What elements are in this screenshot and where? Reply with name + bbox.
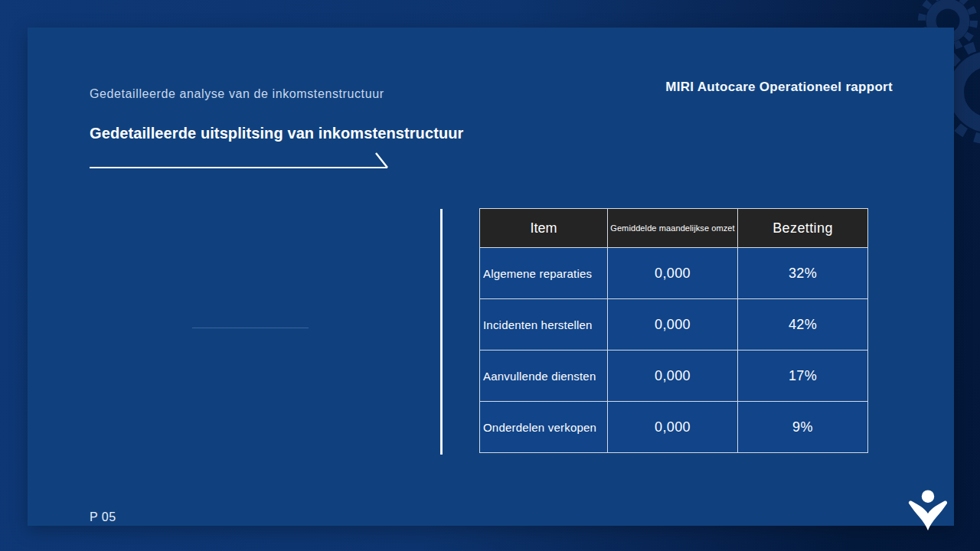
item-cell: Algemene reparaties [480,248,608,299]
slide-title: Gedetailleerde uitsplitsing van inkomste… [90,125,463,142]
bezetting-cell: 42% [738,299,868,350]
table-accent-line [440,209,443,455]
table-row: Onderdelen verkopen 0,000 9% [480,402,868,453]
omzet-cell: 0,000 [608,350,738,402]
table-row: Aanvullende diensten 0,000 17% [480,350,868,402]
income-structure-table: Item Gemiddelde maandelijkse omzet Bezet… [479,208,868,453]
omzet-cell: 0,000 [608,248,738,299]
column-header-item: Item [480,209,608,248]
item-cell: Incidenten herstellen [480,299,608,350]
table-row: Algemene reparaties 0,000 32% [480,248,868,299]
bezetting-cell: 9% [738,402,868,453]
item-cell: Aanvullende diensten [480,350,608,402]
table-header-row: Item Gemiddelde maandelijkse omzet Bezet… [480,209,868,248]
bezetting-cell: 17% [738,350,868,402]
table-row: Incidenten herstellen 0,000 42% [480,299,868,350]
faint-divider-line [192,328,309,328]
report-title: MIRI Autocare Operationeel rapport [665,80,893,95]
content-panel: Gedetailleerde analyse van de inkomstens… [28,28,954,526]
item-cell: Onderdelen verkopen [480,402,608,453]
column-header-omzet: Gemiddelde maandelijkse omzet [608,209,738,248]
slide-canvas: Gedetailleerde analyse van de inkomstens… [0,0,980,551]
page-number: P 05 [90,510,116,524]
title-underline-rule [90,151,390,169]
person-open-arms-logo-icon [906,487,950,535]
omzet-cell: 0,000 [608,299,738,350]
omzet-cell: 0,000 [608,402,738,453]
column-header-bezetting: Bezetting [738,209,868,248]
bezetting-cell: 32% [738,248,868,299]
slide-subtitle: Gedetailleerde analyse van de inkomstens… [90,87,384,101]
